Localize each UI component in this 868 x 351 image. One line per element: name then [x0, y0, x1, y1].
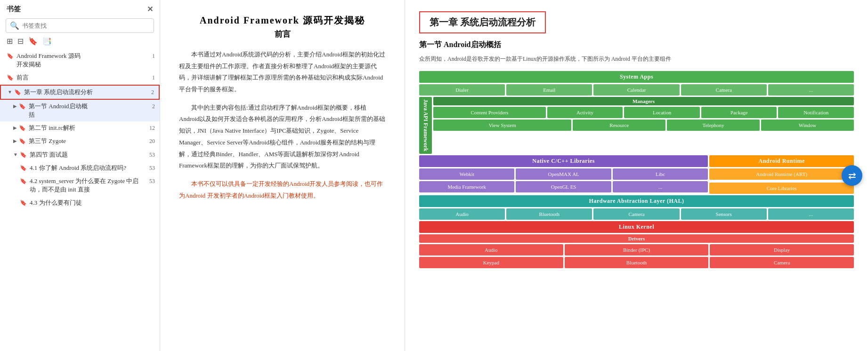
media-framework-cell: Media Framework — [419, 181, 514, 192]
bookmark-icon: 🔖 — [20, 178, 27, 185]
page-body: 本书通过对Android系统源代码的分析，主要介绍Android框架的初始化过程… — [179, 49, 386, 201]
native-header: Native C/C++ Libraries — [419, 155, 708, 167]
window-cell: Window — [761, 120, 854, 131]
list-item[interactable]: 🔖 前言 1 — [0, 71, 160, 84]
item-page: 2 — [144, 103, 155, 110]
paragraph-1: 本书通过对Android系统源代码的分析，主要介绍Android框架的初始化过程… — [179, 49, 386, 96]
fab-icon: ⇄ — [848, 170, 856, 181]
list-item[interactable]: 🔖 Android Framework 源码开发揭秘 1 — [0, 49, 160, 71]
kernel-display-cell: Display — [710, 244, 854, 255]
paragraph-3: 本书不仅可以供具备一定开发经验的Android开发人员参考阅读，也可作为Andr… — [179, 178, 386, 201]
chapter-title: 第一章 系统启动流程分析 — [419, 11, 546, 33]
hal-cells: Audio Bluetooth Camera Sensors ... — [419, 208, 854, 220]
hal-more-cell: ... — [768, 208, 854, 220]
native-more-cell: ... — [613, 181, 708, 192]
item-label: 第一章 系统启动流程分析 — [24, 88, 143, 96]
bookmark-icon: 🔖 — [7, 53, 14, 60]
left-page: Android Framework 源码开发揭秘 前言 本书通过对Android… — [160, 0, 405, 351]
main-content: Android Framework 源码开发揭秘 前言 本书通过对Android… — [160, 0, 868, 351]
runtime-cells: Android Runtime (ART) Core Libraries — [709, 168, 854, 194]
native-col: Native C/C++ Libraries Webkit OpenMAX AL… — [419, 155, 708, 194]
kernel-keypad-cell: Keypad — [419, 257, 563, 268]
runtime-col: Android Runtime Android Runtime (ART) Co… — [709, 155, 854, 194]
java-api-content: Managers Content Providers Activity Loca… — [433, 97, 854, 154]
book-title: Android Framework 源码开发揭秘 — [179, 14, 386, 27]
bookmark-icon: 🔖 — [19, 125, 26, 132]
list-item-q43[interactable]: 🔖 4.3 为什么要有门徒 — [0, 196, 160, 209]
search-input[interactable] — [22, 22, 150, 30]
location-cell: Location — [624, 107, 700, 118]
native-runtime-split: Native C/C++ Libraries Webkit OpenMAX AL… — [419, 155, 854, 194]
hal-layer: Hardware Abstraction Layer (HAL) Audio B… — [419, 195, 854, 220]
core-libs-cell: Core Libraries — [709, 183, 854, 194]
webkit-cell: Webkit — [419, 168, 514, 180]
list-item-q42[interactable]: 🔖 4.2 system_server 为什么要在 Zygote 中启动，而不是… — [0, 175, 160, 196]
list-item-s1[interactable]: ▶ 🔖 第一节 Android启动概括 2 — [0, 100, 160, 121]
dialer-cell: Dialer — [419, 84, 505, 96]
list-item-ch1[interactable]: ▼ 🔖 第一章 系统启动流程分析 2 — [0, 85, 160, 100]
bookmark-icon: 🔖 — [19, 103, 26, 110]
java-api-label: Java API Framework — [419, 97, 432, 154]
camera-cell: Camera — [681, 84, 767, 96]
libc-cell: Libc — [613, 168, 708, 180]
kernel-binder-cell: Binder (IPC) — [565, 244, 709, 255]
managers-row2: View System Resource Telephony Window — [433, 120, 854, 131]
managers-row1: Content Providers Activity Location Pack… — [433, 107, 854, 118]
native-layer: Native C/C++ Libraries Webkit OpenMAX AL… — [419, 155, 854, 194]
item-page: 12 — [144, 125, 155, 132]
list-item-q41[interactable]: 🔖 4.1 你了解 Android 系统启动流程吗? 53 — [0, 161, 160, 175]
item-page: 1 — [144, 74, 155, 81]
expand-all-icon[interactable]: ⊞ — [7, 37, 13, 46]
item-label: 4.3 为什么要有门徒 — [30, 199, 144, 207]
hal-camera-cell: Camera — [593, 208, 679, 220]
runtime-header: Android Runtime — [709, 155, 854, 167]
managers-label: Managers — [433, 97, 854, 105]
opengl-cell: OpenGL ES — [516, 181, 611, 192]
bookmark-icon: 🔖 — [20, 152, 27, 159]
intro-text: 众所周知，Android是谷歌开发的一款基于Linux的开源操作系统，下图所示为… — [419, 55, 854, 64]
item-label: 第三节 Zygote — [29, 137, 144, 145]
item-page: 53 — [144, 178, 155, 185]
list-item-s4[interactable]: ▼ 🔖 第四节 面试题 53 — [0, 148, 160, 161]
expand-arrow-icon: ▼ — [13, 152, 18, 157]
email-cell: Email — [506, 84, 592, 96]
list-item-s3[interactable]: ▶ 🔖 第三节 Zygote 20 — [0, 135, 160, 148]
item-label: Android Framework 源码开发揭秘 — [16, 52, 144, 69]
item-label: 第四节 面试题 — [30, 151, 144, 159]
content-providers-cell: Content Providers — [433, 107, 546, 118]
kernel-row2: Keypad Bluetooth Camera — [419, 257, 854, 268]
collapse-all-icon[interactable]: ⊟ — [17, 37, 24, 46]
item-label: 4.1 你了解 Android 系统启动流程吗? — [30, 164, 144, 172]
activity-cell: Activity — [547, 107, 623, 118]
bookmark-list: 🔖 Android Framework 源码开发揭秘 1 🔖 前言 1 ▼ 🔖 … — [0, 49, 160, 351]
close-button[interactable]: ✕ — [147, 5, 153, 14]
sidebar: 书签 ✕ 🔍 ⊞ ⊟ 🔖 📑 🔖 Android Framework 源码开发揭… — [0, 0, 160, 351]
art-cell: Android Runtime (ART) — [709, 168, 854, 180]
item-page: 20 — [144, 138, 155, 145]
bookmark-icon: 🔖 — [20, 165, 27, 172]
bookmark-list-icon[interactable]: 🔖 — [28, 37, 38, 46]
paragraph-2: 其中的主要内容包括:通过启动程序了解Android框架的概要，移植Android… — [179, 102, 386, 172]
system-apps-header: System Apps — [419, 71, 854, 83]
highlight-text: 本书不仅可以供具备一定开发经验的Android开发人员参考阅读，也可作为Andr… — [179, 180, 383, 199]
native-row1: Webkit OpenMAX AL Libc — [419, 168, 708, 180]
item-page: 53 — [144, 152, 155, 159]
fab-button[interactable]: ⇄ — [842, 165, 862, 186]
notification-cell: Notification — [778, 107, 854, 118]
kernel-camera-cell: Camera — [710, 257, 854, 268]
right-page: 第一章 系统启动流程分析 第一节 Android启动概括 众所周知，Androi… — [405, 0, 868, 351]
sidebar-toolbar: ⊞ ⊟ 🔖 📑 — [0, 37, 160, 49]
expand-arrow-icon: ▶ — [13, 138, 17, 144]
system-apps-layer: System Apps Dialer Email Calendar Camera… — [419, 71, 854, 96]
item-page: 1 — [144, 53, 155, 60]
list-item-s2[interactable]: ▶ 🔖 第二节 init.rc解析 12 — [0, 121, 160, 135]
search-icon: 🔍 — [10, 21, 19, 30]
bookmark-icon: 🔖 — [19, 138, 26, 145]
item-page: 2 — [143, 89, 154, 96]
kernel-row1: Audio Binder (IPC) Display — [419, 244, 854, 255]
page-subtitle: 前言 — [179, 29, 386, 40]
search-box[interactable]: 🔍 — [6, 18, 154, 33]
add-bookmark-icon[interactable]: 📑 — [42, 37, 52, 46]
bookmark-icon: 🔖 — [7, 74, 14, 81]
item-label: 第二节 init.rc解析 — [29, 124, 144, 132]
